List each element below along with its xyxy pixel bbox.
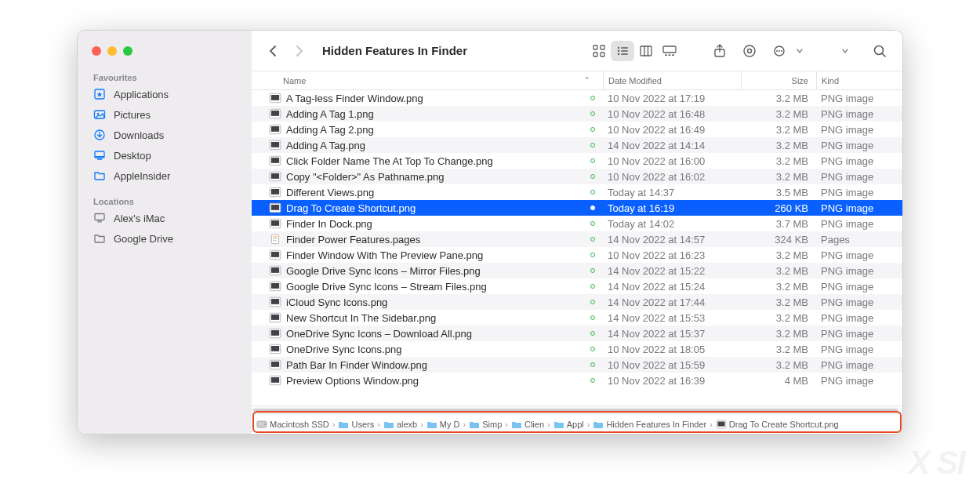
file-row[interactable]: Copy "<Folder>" As Pathname.png 10 Nov 2… bbox=[252, 169, 902, 184]
sidebar-item-appleinsider[interactable]: AppleInsider bbox=[78, 165, 252, 186]
file-size: 3.2 MB bbox=[741, 171, 816, 183]
sidebar-item-applications[interactable]: Applications bbox=[78, 84, 252, 104]
chevron-right-icon: › bbox=[332, 420, 336, 429]
file-row[interactable]: Finder Window With The Preview Pane.png … bbox=[252, 247, 902, 263]
path-segment[interactable]: My D bbox=[426, 420, 460, 429]
file-icon bbox=[269, 155, 281, 166]
file-row[interactable]: A Tag-less Finder Window.png 10 Nov 2022… bbox=[252, 90, 902, 106]
file-kind: PNG image bbox=[816, 218, 902, 230]
column-view-button[interactable] bbox=[634, 41, 658, 61]
search-button[interactable] bbox=[869, 41, 890, 61]
sync-status-icon bbox=[590, 253, 595, 257]
path-segment[interactable]: alexb bbox=[383, 420, 417, 429]
path-segment[interactable]: Macintosh SSD bbox=[256, 420, 329, 429]
path-bar[interactable]: Macintosh SSD › Users › alexb › My D › S… bbox=[252, 413, 902, 434]
file-icon bbox=[269, 265, 281, 276]
sync-status-icon bbox=[590, 347, 595, 351]
file-row[interactable]: Adding A Tag 2.png 10 Nov 2022 at 16:49 … bbox=[252, 122, 902, 137]
back-button[interactable] bbox=[264, 42, 281, 60]
file-name: New Shortcut In The Sidebar.png bbox=[286, 312, 590, 324]
toolbar-overflow-icon[interactable] bbox=[841, 44, 852, 58]
list-view-button[interactable] bbox=[611, 41, 634, 61]
file-date: Today at 16:19 bbox=[603, 202, 741, 214]
bfolder-icon bbox=[593, 420, 604, 429]
file-name: Adding A Tag 2.png bbox=[286, 124, 590, 136]
svg-rect-22 bbox=[665, 54, 667, 56]
col-kind[interactable]: Kind bbox=[816, 71, 902, 89]
file-row[interactable]: New Shortcut In The Sidebar.png 14 Nov 2… bbox=[252, 310, 902, 326]
svg-rect-17 bbox=[621, 53, 628, 55]
file-date: 14 Nov 2022 at 15:53 bbox=[603, 312, 741, 324]
minimize-button[interactable] bbox=[107, 46, 117, 56]
tags-button[interactable] bbox=[739, 41, 760, 61]
file-row[interactable]: Different Views.png Today at 14:37 3.5 M… bbox=[252, 184, 902, 200]
file-row[interactable]: Path Bar In Finder Window.png 10 Nov 202… bbox=[252, 357, 902, 373]
col-size[interactable]: Size bbox=[741, 71, 816, 89]
file-icon bbox=[269, 344, 281, 355]
file-icon bbox=[269, 234, 281, 245]
path-segment[interactable]: Clien bbox=[511, 420, 544, 429]
sidebar-item-google-drive[interactable]: Google Drive bbox=[78, 228, 252, 249]
column-headers[interactable]: Name ⌃ Date Modified Size Kind bbox=[252, 71, 902, 90]
sidebar-item-downloads[interactable]: Downloads bbox=[78, 125, 252, 145]
close-button[interactable] bbox=[92, 46, 101, 56]
file-row[interactable]: Google Drive Sync Icons – Stream Files.p… bbox=[252, 278, 902, 294]
svg-rect-67 bbox=[271, 330, 279, 336]
file-row[interactable]: Finder In Dock.png Today at 14:02 3.7 MB… bbox=[252, 216, 902, 231]
file-row[interactable]: Google Drive Sync Icons – Mirror Files.p… bbox=[252, 263, 902, 278]
chevron-right-icon: › bbox=[463, 420, 466, 429]
file-row[interactable]: OneDrive Sync Icons.png 10 Nov 2022 at 1… bbox=[252, 341, 902, 357]
file-date: 14 Nov 2022 at 15:22 bbox=[603, 265, 741, 277]
file-row[interactable]: Click Folder Name The At Top To Change.p… bbox=[252, 153, 902, 169]
toolbar: Hidden Features In Finder bbox=[252, 31, 902, 71]
file-kind: Pages bbox=[816, 234, 902, 246]
zoom-button[interactable] bbox=[123, 46, 132, 56]
gallery-view-button[interactable] bbox=[658, 41, 681, 61]
file-row[interactable]: OneDrive Sync Icons – Download All.png 1… bbox=[252, 326, 902, 341]
icon-view-button[interactable] bbox=[587, 41, 611, 61]
svg-rect-9 bbox=[601, 45, 604, 49]
sidebar-item-desktop[interactable]: Desktop bbox=[78, 145, 252, 165]
file-row[interactable]: Preview Options Window.png 10 Nov 2022 a… bbox=[252, 373, 902, 388]
img-icon bbox=[716, 420, 727, 429]
path-segment-label: My D bbox=[440, 420, 460, 429]
sidebar-item-label: Downloads bbox=[114, 129, 164, 141]
sort-asc-icon[interactable]: ⌃ bbox=[583, 75, 590, 85]
path-segment[interactable]: Appl bbox=[554, 420, 584, 429]
action-button[interactable] bbox=[769, 41, 789, 61]
file-list[interactable]: A Tag-less Finder Window.png 10 Nov 2022… bbox=[252, 90, 902, 406]
col-date[interactable]: Date Modified bbox=[603, 71, 741, 89]
file-row[interactable]: Drag To Create Shortcut.png Today at 16:… bbox=[252, 200, 902, 216]
file-name: Preview Options Window.png bbox=[286, 375, 590, 387]
sidebar-item-alex-s-imac[interactable]: Alex's iMac bbox=[78, 208, 252, 228]
file-date: 14 Nov 2022 at 15:24 bbox=[603, 281, 741, 293]
window-title[interactable]: Hidden Features In Finder bbox=[322, 44, 467, 57]
svg-rect-18 bbox=[641, 46, 652, 56]
horizontal-scrollbar[interactable] bbox=[252, 406, 902, 413]
file-row[interactable]: Adding A Tag 1.png 10 Nov 2022 at 16:48 … bbox=[252, 106, 902, 122]
sidebar-item-pictures[interactable]: Pictures bbox=[78, 104, 252, 125]
svg-rect-49 bbox=[271, 205, 279, 210]
path-segment[interactable]: Users bbox=[338, 420, 374, 429]
action-chevron-icon[interactable] bbox=[796, 44, 807, 58]
path-segment[interactable]: Simp bbox=[469, 420, 502, 429]
col-name[interactable]: Name bbox=[283, 76, 306, 85]
svg-rect-8 bbox=[593, 45, 597, 49]
file-row[interactable]: Finder Power Features.pages 14 Nov 2022 … bbox=[252, 231, 902, 247]
file-name: Finder Power Features.pages bbox=[286, 234, 590, 246]
file-kind: PNG image bbox=[816, 359, 902, 371]
file-kind: PNG image bbox=[816, 155, 902, 167]
file-date: 10 Nov 2022 at 17:19 bbox=[603, 93, 741, 104]
file-row[interactable]: Adding A Tag.png 14 Nov 2022 at 14:14 3.… bbox=[252, 137, 902, 153]
file-icon bbox=[269, 202, 281, 213]
file-name: Finder In Dock.png bbox=[286, 218, 590, 230]
forward-button[interactable] bbox=[291, 42, 308, 60]
window-controls bbox=[78, 43, 252, 70]
path-segment[interactable]: Hidden Features In Finder bbox=[593, 420, 706, 429]
path-segment[interactable]: Drag To Create Shortcut.png bbox=[716, 420, 839, 429]
svg-point-29 bbox=[776, 50, 778, 52]
share-button[interactable] bbox=[710, 41, 730, 61]
bfolder-icon bbox=[511, 420, 522, 429]
file-row[interactable]: iCloud Sync Icons.png 14 Nov 2022 at 17:… bbox=[252, 294, 902, 310]
chevron-right-icon: › bbox=[505, 420, 508, 429]
